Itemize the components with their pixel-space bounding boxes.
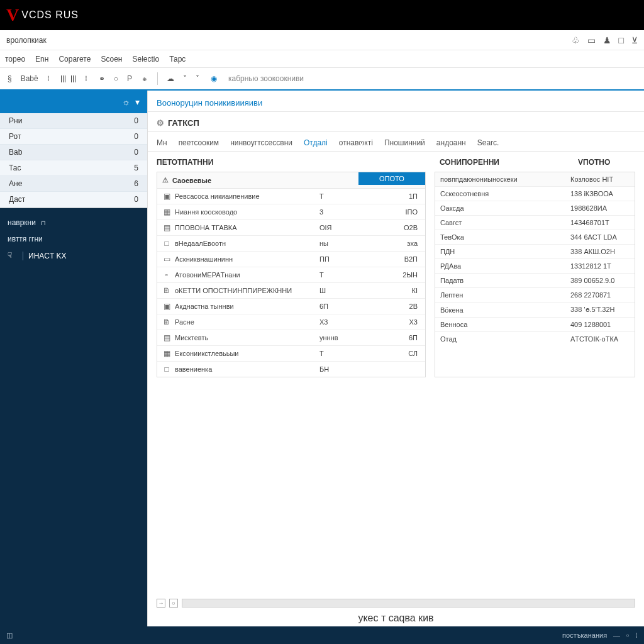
status-left-icon[interactable]: ◫: [6, 631, 13, 640]
barcode-icon[interactable]: ⫼⫼: [58, 73, 79, 84]
sidebar-item[interactable]: Ваb0: [0, 145, 147, 160]
tab[interactable]: отнавოкті: [339, 138, 373, 147]
chevron-down-icon[interactable]: ˅: [180, 73, 189, 84]
table-row[interactable]: ПДН338 АКШ.О2Н: [435, 245, 635, 259]
table-row[interactable]: Венноса409 1288001: [435, 318, 635, 332]
toolbar-divider-icon: ⁞: [82, 73, 90, 84]
toolbar: § Bаbё ⁞ ⫼⫼ ⁞ ⚭ ○ Р 🜨 ☁ ˅ ˅ ◉ кабрнью зо…: [0, 68, 644, 91]
row-icon: ▦: [162, 349, 171, 358]
menu-item[interactable]: Тарс: [169, 55, 186, 64]
row-icon: □: [162, 239, 171, 248]
settings-icon[interactable]: □: [619, 35, 624, 45]
table-row[interactable]: ▣Акднастна тыннви6П2В: [157, 299, 425, 314]
cart-icon[interactable]: ⊻: [631, 35, 638, 45]
sidebar-header: ☼ ▾: [0, 91, 147, 113]
status-minimize-icon[interactable]: —: [613, 631, 620, 639]
sidebar-item[interactable]: Рни0: [0, 113, 147, 129]
table-row[interactable]: Оаксда1988628ИА: [435, 201, 635, 216]
panel-left: ⚠ Саоевевые ОПОТО ▣Ревсaсосa никиаипенив…: [157, 172, 426, 377]
sidebar-item[interactable]: Тас5: [0, 160, 147, 176]
row-icon: 🗎: [162, 286, 171, 295]
scroll-handle-icon[interactable]: ○: [169, 599, 178, 608]
tab[interactable]: Отдалі: [304, 138, 328, 147]
sidebar-dark-item-selected[interactable]: ☟ ИНАCT KX: [8, 247, 140, 265]
globe-icon[interactable]: 🜨: [138, 73, 151, 84]
warning-icon: ⚠: [162, 176, 169, 184]
sidebar-dark-panel: навркни⊓ ивття ггни ☟ ИНАCT KX: [0, 208, 147, 626]
table-row[interactable]: ОтадAТСТОІК-оТКА: [435, 332, 635, 346]
table-row[interactable]: ▦ЕксониикстлевььыиТСЛ: [157, 346, 425, 362]
table-row[interactable]: ▭АскниквнашининнППВ2П: [157, 252, 425, 267]
row-icon: ▤: [162, 223, 171, 232]
horizontal-scrollbar[interactable]: → ○: [157, 599, 635, 608]
table-row[interactable]: повппдаюнониыноскекиКозловос HIT: [435, 172, 635, 187]
table-row[interactable]: ▣Ревсaсосa никиаипенивиеТ1П: [157, 189, 425, 204]
tab[interactable]: андоанн: [436, 138, 466, 147]
action-button[interactable]: ОПОТО: [358, 172, 425, 185]
table-row[interactable]: Сскеосотневня138 іКЗВООА: [435, 187, 635, 201]
menu-item[interactable]: Enн: [35, 55, 48, 64]
tab[interactable]: Пношинний: [384, 138, 425, 147]
tab[interactable]: Sеаrс.: [477, 138, 499, 147]
sidebar-item[interactable]: Даст0: [0, 192, 147, 208]
tab[interactable]: Мн: [157, 138, 167, 147]
table-row[interactable]: Падатв389 00652.9.0: [435, 274, 635, 288]
table-row[interactable]: □вавениенкаБН: [157, 362, 425, 377]
menu-item[interactable]: Sеlectіо: [133, 55, 160, 64]
menu-item[interactable]: Sсоен: [101, 55, 122, 64]
statusbar: ◫ постъканания — ▫ ⁞: [0, 626, 644, 644]
table-row[interactable]: Лептен268 2270871: [435, 288, 635, 303]
chevron-down-icon[interactable]: ▾: [135, 97, 140, 107]
content: Вооноруцин поникивиияиви ⚙ ГАТКСП Мнпеет…: [148, 91, 644, 626]
breadcrumb-bar: вролопкиак ♧ ▭ ♟ □ ⊻: [0, 30, 644, 50]
sidebar-item[interactable]: Рот0: [0, 129, 147, 145]
toolbar-action[interactable]: §: [5, 73, 14, 84]
table-row[interactable]: ▫АтовониМЕPAТнаниТ2ЫН: [157, 267, 425, 283]
menu-item[interactable]: торео: [5, 55, 25, 64]
user-icon[interactable]: ♟: [603, 35, 611, 45]
chevron-down-icon[interactable]: ˅: [193, 73, 202, 84]
row-icon: ▫: [162, 270, 171, 279]
menu-item[interactable]: Сораrете: [58, 55, 91, 64]
table-row[interactable]: ▤ППОВОНА ТГАВКАОІЯО2В: [157, 220, 425, 236]
bell-icon[interactable]: ♧: [572, 35, 580, 45]
letter-icon[interactable]: Р: [125, 73, 135, 84]
table-row[interactable]: РДАва13312812 1Т: [435, 259, 635, 274]
sidebar-dark-item[interactable]: ивття ггни: [8, 231, 140, 247]
circle-icon[interactable]: ○: [111, 73, 121, 84]
column-header: ПЕТОТПАТННИ: [157, 158, 427, 167]
table-row[interactable]: 🗎оКЕТТИ ОПОСТНИНППИРЕЖКННИШКІ: [157, 283, 425, 299]
table-row[interactable]: ▤Мисктевтьунннв6П: [157, 330, 425, 346]
toolbar-divider-icon: ⁞: [45, 73, 52, 84]
link-icon[interactable]: ⚭: [96, 73, 108, 84]
row-icon: ▦: [162, 208, 171, 216]
tab[interactable]: нинвоугтссессвни: [230, 138, 292, 147]
row-icon: ▣: [162, 302, 171, 311]
sidebar-item[interactable]: Ане6: [0, 176, 147, 192]
table-row[interactable]: ▦Ниання коосководо3ІПО: [157, 204, 425, 220]
logo-icon: V: [6, 5, 19, 25]
window-icon[interactable]: ▭: [587, 35, 596, 45]
table-row[interactable]: Cавгст143468701Т: [435, 216, 635, 230]
status-box-icon[interactable]: ▫: [626, 631, 629, 639]
table-row[interactable]: ТевОка344 6ACT LDА: [435, 230, 635, 245]
column-header: СОНИПОРЕННИ: [440, 158, 565, 167]
panel-title: ⚙ ГАТКСП: [157, 118, 199, 128]
row-icon: ▤: [162, 333, 171, 342]
scroll-left-icon[interactable]: →: [157, 599, 165, 608]
table-row[interactable]: □вНедаалЕвοотнныэхa: [157, 236, 425, 252]
scroll-track[interactable]: [182, 599, 635, 608]
cloud-icon[interactable]: ☁: [164, 73, 177, 84]
toolbar-label[interactable]: Bаbё: [18, 73, 41, 84]
columns-header: ПЕТОТПАТННИ СОНИПОРЕННИ VПОТНО: [148, 152, 644, 172]
tabs-row: МнпеетсоокимнинвоугтссессвниОтдаліотнавო…: [148, 132, 644, 152]
status-more-icon[interactable]: ⁞: [635, 631, 638, 640]
sync-icon[interactable]: ☼: [122, 97, 130, 107]
panel-left-header: ⚠ Саоевевые ОПОТО: [157, 172, 425, 189]
target-icon[interactable]: ◉: [208, 73, 219, 84]
tab[interactable]: пеетсооким: [179, 138, 219, 147]
table-row[interactable]: 🗎РаснеХ3Х3: [157, 314, 425, 330]
user-actions: ♧ ▭ ♟ □ ⊻: [572, 35, 638, 45]
row-icon: 🗎: [162, 318, 171, 326]
table-row[interactable]: Böкена338 'ө.5'T.32Н: [435, 303, 635, 318]
